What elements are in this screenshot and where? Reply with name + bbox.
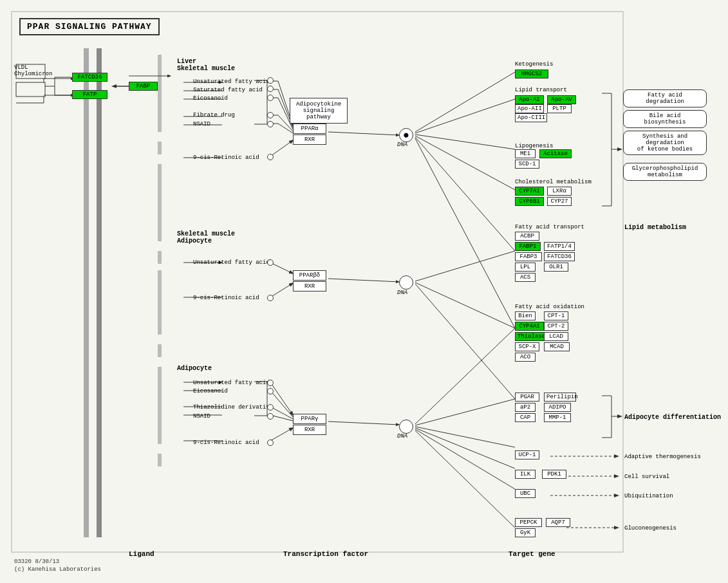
circle-adipo-1[interactable] (267, 380, 274, 386)
target-gene-bottom-label: Target gene (509, 550, 555, 558)
footer-copyright: (c) Kanehisa Laboratories (14, 566, 101, 573)
svg-line-34 (270, 283, 293, 297)
fatcd36-box: FATCD36 (544, 252, 575, 261)
ilk-box: ILK (515, 470, 536, 479)
rxr-liver-box: RXR (293, 134, 326, 145)
pathway-title: PPAR SIGNALING PATHWAY (19, 18, 160, 35)
fatp14-box: FATP1/4 (544, 242, 575, 251)
eicosanoid-liver: Eicosanoid (193, 95, 228, 102)
eicosanoid-adipo: Eicosanoid (193, 388, 228, 394)
footer-id: 03320 8/30/13 (14, 559, 59, 565)
adipocyte-label: Adipocyte (177, 365, 212, 372)
cell-survival-label: Cell survival (624, 474, 669, 480)
svg-rect-5 (158, 164, 162, 241)
fabp-box-left: FABP (129, 82, 158, 91)
svg-line-46 (415, 137, 515, 251)
hmgcs2-box: HMGCS2 (515, 69, 548, 79)
pparbd-box: PPARβδ (293, 270, 326, 281)
adipocyte-diff-label: Adipocyte differentiation (624, 414, 721, 421)
circle-adipo-4[interactable] (267, 413, 274, 420)
adipocytokine-box: Adipocytokinesignaling pathway (290, 98, 348, 124)
9cis-liver: 9-cis-Retinoic acid (193, 154, 259, 161)
circle-liver-1[interactable] (267, 77, 274, 84)
ppara-box: PPARα (293, 124, 326, 134)
cpt2-box: CPT-2 (544, 322, 568, 331)
circle-liver-6[interactable] (267, 154, 274, 160)
svg-line-45 (415, 136, 515, 190)
circle-liver-2[interactable] (267, 86, 274, 92)
svg-rect-1 (84, 48, 89, 537)
lcad-box: LCAD (544, 332, 568, 341)
acs-box: ACS (515, 273, 536, 282)
svg-line-38 (270, 407, 293, 419)
svg-rect-3 (158, 55, 162, 132)
apo-ciii-box: Apo-CIII (515, 113, 547, 122)
ppary-box: PPARγ (293, 414, 326, 424)
pdk1-box: PDK1 (542, 470, 566, 479)
gyk-box: GyK (515, 528, 536, 537)
svg-line-35 (328, 279, 399, 282)
svg-line-33 (270, 263, 293, 273)
synthesis-deg-box: Synthesis and degradationof ketone bodie… (623, 131, 707, 155)
acbp-box: ACBP (515, 232, 539, 241)
svg-rect-10 (158, 454, 162, 467)
svg-rect-4 (158, 142, 162, 154)
svg-line-43 (415, 99, 515, 133)
fibrate-liver: Fibrate drug (193, 112, 235, 118)
svg-line-44 (415, 134, 515, 149)
thiazolidine-adipo: Thiazolidine derivative (193, 404, 273, 411)
circle-liver-5[interactable] (267, 121, 274, 127)
lipid-metabolism-label: Lipid metabolism (624, 224, 686, 231)
bile-acid-box: Bile acid biosynthesis (623, 110, 707, 128)
skeletal-label: Skeletal muscleAdipocyte (177, 230, 235, 245)
scpx-box: SCP-X (515, 342, 539, 351)
lipid-transport-label: Lipid transport (515, 87, 567, 93)
apo-ai-box: Apo-AI (515, 95, 544, 104)
aqp7-box: AQP7 (546, 518, 570, 527)
circle-liver-4[interactable] (267, 112, 274, 118)
svg-rect-6 (158, 251, 162, 264)
ap2-box: aP2 (515, 403, 536, 412)
adaptive-thermo-label: Adaptive thermogenesis (624, 454, 701, 460)
dna-circle-liver: ⬤ (399, 128, 413, 142)
circle-adipo-3[interactable] (267, 404, 274, 411)
cpt1-box: CPT-1 (544, 311, 568, 320)
main-container: PPAR SIGNALING PATHWAY (0, 0, 728, 583)
adipo-box-gene: ADIPO (544, 403, 571, 412)
ligand-bottom-label: Ligand (129, 550, 154, 558)
fa-oxidation-label: Fatty acid oxidation (515, 304, 584, 310)
svg-line-56 (415, 430, 515, 528)
fatty-acid-deg-box: Fatty acid degradation (623, 89, 707, 107)
svg-line-39 (270, 415, 293, 421)
apo-av-box: Apo-AV (547, 95, 576, 104)
rxr-skeletal-box: RXR (293, 281, 326, 292)
circle-skeletal-1[interactable] (267, 259, 274, 266)
circle-adipo-2[interactable] (267, 388, 274, 394)
circle-adipo-5[interactable] (267, 440, 274, 446)
svg-line-53 (415, 427, 515, 447)
mmp1-box: MMP-1 (544, 413, 571, 422)
vldl-label: VLDLChylomicron (14, 64, 52, 77)
svg-line-49 (415, 282, 515, 328)
lipogenesis-label: Lipogenesis (515, 143, 553, 149)
svg-line-48 (415, 251, 515, 281)
svg-line-37 (270, 391, 293, 417)
unsaturated-liver: Unsaturated fatty acid (193, 79, 270, 85)
dna-circle-adipo (399, 420, 413, 434)
cyp4a1-box: CYP4A1 (515, 322, 544, 331)
circle-skeletal-2[interactable] (267, 295, 274, 301)
svg-rect-8 (158, 344, 162, 357)
circle-liver-3[interactable] (267, 95, 274, 101)
svg-line-50 (415, 284, 515, 399)
9cis-skeletal: 9-cis-Retinoic acid (193, 295, 259, 301)
apo-aii-box: Apo-AII (515, 104, 544, 113)
unsaturated-skeletal: Unsaturated fatty acid (193, 259, 270, 266)
nsaid-adipo: NSAID (193, 413, 210, 420)
cyp7a1-box: CYP7A1 (515, 187, 544, 196)
liver-label: LiverSkeletal muscle (177, 58, 235, 72)
svg-rect-2 (97, 48, 102, 537)
fabp3-box: FABP3 (515, 252, 542, 261)
pltp-box: PLTP (547, 104, 572, 113)
aco-box: ACO (515, 353, 536, 362)
fatcd36-box-left: FATCD36 (72, 73, 107, 82)
